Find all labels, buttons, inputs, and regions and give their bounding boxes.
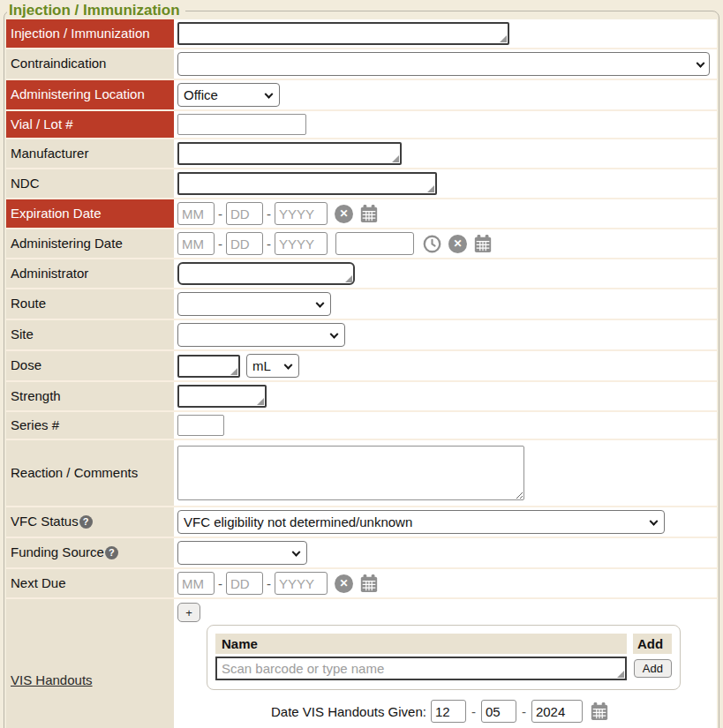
calendar-icon[interactable] — [473, 234, 493, 253]
vis-handouts-panel: Name Add Add — [207, 625, 681, 690]
administering-day-input[interactable] — [226, 232, 263, 255]
vfc-status-select[interactable]: VFC eligibility not determined/unknown — [177, 510, 665, 534]
label-expiration-date: Expiration Date — [6, 199, 174, 228]
vis-handouts-link[interactable]: VIS Handouts — [11, 672, 93, 689]
expiration-year-input[interactable] — [275, 202, 328, 225]
label-injection-immunization: Injection / Immunization — [6, 19, 174, 48]
injection-form-fieldset: Injection / Immunization Injection / Imm… — [4, 2, 719, 728]
row-funding-source: Funding Source ? — [6, 538, 717, 569]
next-due-day-input[interactable] — [226, 572, 263, 595]
row-reaction-comments: Reaction / Comments — [6, 440, 717, 507]
ndc-input[interactable] — [177, 172, 437, 195]
label-vis-handouts: VIS Handouts — [6, 599, 174, 728]
row-dose: Dose mL — [6, 351, 717, 382]
vis-expand-button[interactable]: + — [177, 603, 200, 622]
label-manufacturer: Manufacturer — [6, 139, 174, 168]
row-manufacturer: Manufacturer — [6, 139, 717, 169]
injection-immunization-input[interactable] — [177, 22, 509, 45]
label-funding-source: Funding Source ? — [6, 538, 174, 567]
row-site: Site — [6, 320, 717, 351]
vis-add-button[interactable]: Add — [634, 659, 672, 678]
vial-lot-input[interactable] — [177, 114, 306, 135]
row-administrator: Administrator — [6, 259, 717, 289]
label-reaction-comments: Reaction / Comments — [6, 440, 174, 506]
administering-year-input[interactable] — [275, 232, 328, 255]
row-administering-date: Administering Date - - ✕ — [6, 229, 717, 259]
form-table: Injection / Immunization Contraindicatio… — [6, 19, 717, 728]
vis-date-year-input[interactable] — [531, 700, 583, 723]
row-next-due: Next Due - - ✕ — [6, 569, 717, 599]
administering-month-input[interactable] — [177, 232, 215, 255]
row-administering-location: Administering Location Office — [6, 80, 717, 111]
row-vfc-status: VFC Status ? VFC eligibility not determi… — [6, 507, 717, 538]
next-due-year-input[interactable] — [275, 572, 328, 595]
label-next-due: Next Due — [6, 569, 174, 597]
label-administrator: Administrator — [6, 259, 174, 288]
label-contraindication: Contraindication — [6, 49, 174, 79]
calendar-icon[interactable] — [359, 574, 379, 593]
row-injection: Injection / Immunization — [6, 19, 717, 49]
administering-location-select[interactable]: Office — [177, 83, 280, 107]
vis-date-given-label: Date VIS Handouts Given: — [271, 704, 426, 719]
label-administering-location: Administering Location — [6, 80, 174, 109]
label-ndc: NDC — [6, 169, 174, 198]
row-contraindication: Contraindication — [6, 49, 717, 80]
series-input[interactable] — [177, 415, 224, 436]
site-select[interactable] — [177, 323, 345, 347]
contraindication-select[interactable] — [177, 52, 710, 76]
row-vial-lot: Vial / Lot # — [6, 111, 717, 139]
expiration-day-input[interactable] — [226, 202, 263, 225]
funding-source-select[interactable] — [177, 541, 307, 565]
row-strength: Strength — [6, 382, 717, 412]
row-expiration-date: Expiration Date - - ✕ — [6, 199, 717, 229]
vis-date-day-input[interactable] — [481, 700, 516, 723]
administering-time-input[interactable] — [335, 232, 414, 255]
injection-immunization-page: Injection / Immunization Injection / Imm… — [0, 0, 723, 728]
label-vfc-status: VFC Status ? — [6, 507, 174, 537]
expiration-month-input[interactable] — [177, 202, 215, 225]
row-vis-handouts: VIS Handouts + Name Add Add Date VIS Han… — [6, 599, 717, 728]
next-due-month-input[interactable] — [177, 572, 215, 595]
label-route: Route — [6, 289, 174, 319]
manufacturer-input[interactable] — [177, 142, 402, 165]
vis-date-given-row: Date VIS Handouts Given: - - — [271, 700, 713, 723]
dose-input[interactable] — [177, 355, 240, 378]
vis-add-header: Add — [633, 634, 672, 654]
vis-name-header: Name — [215, 634, 627, 654]
help-icon[interactable]: ? — [105, 546, 118, 559]
dose-unit-select[interactable]: mL — [246, 354, 299, 378]
route-select[interactable] — [177, 292, 331, 316]
calendar-icon[interactable] — [359, 204, 379, 223]
calendar-icon[interactable] — [590, 702, 609, 721]
clear-date-icon[interactable]: ✕ — [335, 574, 353, 593]
page-title: Injection / Immunization — [7, 2, 185, 19]
vis-date-month-input[interactable] — [431, 700, 466, 723]
label-dose: Dose — [6, 351, 174, 380]
clear-date-icon[interactable]: ✕ — [448, 235, 467, 253]
label-strength: Strength — [6, 382, 174, 410]
reaction-comments-textarea[interactable] — [177, 446, 524, 500]
vis-scan-input[interactable] — [215, 657, 627, 680]
strength-input[interactable] — [177, 385, 267, 408]
row-series: Series # — [6, 412, 717, 440]
row-ndc: NDC — [6, 169, 717, 199]
label-site: Site — [6, 320, 174, 349]
label-administering-date: Administering Date — [6, 229, 174, 258]
administrator-input[interactable] — [177, 262, 355, 285]
label-vial-lot: Vial / Lot # — [6, 111, 174, 138]
clear-date-icon[interactable]: ✕ — [335, 205, 353, 223]
row-route: Route — [6, 289, 717, 320]
label-series: Series # — [6, 412, 174, 439]
help-icon[interactable]: ? — [79, 515, 93, 529]
clock-icon[interactable] — [423, 235, 441, 253]
